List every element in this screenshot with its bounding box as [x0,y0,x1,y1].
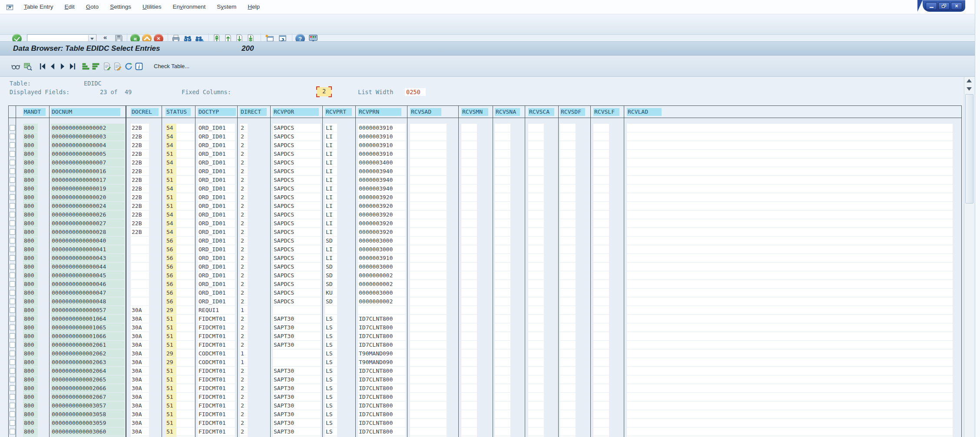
cell-rcvlad[interactable] [627,341,953,349]
cell-doctyp[interactable]: ORD_ID01 [198,280,235,288]
cell-rcvslf[interactable] [593,184,609,193]
cell-rcvsmn[interactable] [461,349,477,358]
cell-doctyp[interactable]: ORD_ID01 [198,210,235,219]
cell-rcvsmn[interactable] [461,237,477,245]
row-checkbox[interactable] [10,299,15,304]
cell-direct[interactable]: 2 [240,210,248,219]
cell-rcvslf[interactable] [593,289,609,297]
info-icon[interactable]: i [135,62,143,71]
cell-rcvsmn[interactable] [461,167,477,175]
cell-rcvsna[interactable] [495,219,510,227]
row-checkbox[interactable] [10,394,15,400]
cell-rcvprt[interactable]: LI [325,141,337,149]
cell-status[interactable]: 56 [166,263,194,271]
cell-rcvsad[interactable] [410,349,447,358]
cell-mandt[interactable]: 800 [23,401,38,410]
cell-rcvlad[interactable] [627,384,953,392]
cell-mandt[interactable]: 800 [23,228,38,236]
cell-doctyp[interactable]: ORD_ID01 [198,237,235,245]
cell-doctyp[interactable]: ORD_ID01 [198,228,235,236]
cell-direct[interactable]: 2 [240,245,248,253]
cell-rcvsca[interactable] [528,167,544,175]
cell-rcvsmn[interactable] [461,219,477,227]
cell-rcvprn[interactable]: ID7CLNT800 [358,393,406,401]
cell-rcvsdf[interactable] [560,263,576,271]
cell-rcvpor[interactable]: SAPDCS [273,184,321,193]
cell-rcvslf[interactable] [593,254,609,262]
cell-rcvsad[interactable] [410,132,447,141]
cell-rcvsad[interactable] [410,271,447,279]
cell-rcvlad[interactable] [627,315,953,323]
cell-rcvsmn[interactable] [461,306,477,314]
first-entry-icon[interactable] [38,62,47,71]
cell-status[interactable]: 56 [166,289,194,297]
cell-rcvslf[interactable] [593,132,609,141]
cell-mandt[interactable]: 800 [23,367,38,375]
cell-doctyp[interactable]: ORD_ID01 [198,219,235,227]
cell-rcvpor[interactable] [273,358,321,366]
cell-rcvslf[interactable] [593,306,609,314]
cell-rcvsdf[interactable] [560,254,576,262]
cell-rcvsdf[interactable] [560,384,576,392]
cell-mandt[interactable]: 800 [23,384,38,392]
cell-status[interactable]: 29 [166,358,194,366]
cell-rcvprn[interactable]: 0000003910 [358,124,406,132]
cell-rcvpor[interactable]: SAPDCS [273,237,321,245]
cell-rcvprt[interactable]: LI [325,193,337,201]
cell-rcvsdf[interactable] [560,349,576,358]
cell-rcvpor[interactable] [273,349,321,358]
cell-rcvsad[interactable] [410,202,447,210]
cell-mandt[interactable]: 800 [23,323,38,332]
cell-rcvsmn[interactable] [461,254,477,262]
cell-rcvpor[interactable]: SAPT30 [273,410,321,418]
cell-doctyp[interactable]: FIDCMT01 [198,393,235,401]
cell-docnum[interactable]: 0000000000000026 [51,210,125,219]
cell-rcvsad[interactable] [410,176,447,184]
cell-docnum[interactable]: 0000000000000016 [51,167,125,175]
cell-direct[interactable]: 2 [240,341,248,349]
cell-rcvprn[interactable]: 0000003940 [358,184,406,193]
cell-rcvpor[interactable]: SAPT30 [273,332,321,340]
cell-rcvpor[interactable]: SAPT30 [273,427,321,436]
cell-mandt[interactable]: 800 [23,141,38,149]
cell-doctyp[interactable]: FIDCMT01 [198,384,235,392]
cell-rcvsmn[interactable] [461,193,477,201]
cell-rcvprt[interactable]: SD [325,237,337,245]
cell-rcvsad[interactable] [410,254,447,262]
cell-status[interactable]: 51 [166,427,194,436]
cell-rcvsmn[interactable] [461,375,477,384]
cell-rcvsmn[interactable] [461,332,477,340]
cell-doctyp[interactable]: FIDCMT01 [198,332,235,340]
cell-rcvslf[interactable] [593,280,609,288]
row-checkbox[interactable] [10,177,15,183]
cell-status[interactable]: 51 [166,419,194,427]
cell-direct[interactable]: 1 [240,306,248,314]
cell-rcvslf[interactable] [593,375,609,384]
cell-direct[interactable]: 2 [240,410,248,418]
cell-rcvprn[interactable]: 0000003910 [358,132,406,141]
cell-rcvprt[interactable]: LS [325,384,337,392]
row-checkbox[interactable] [10,246,15,252]
cell-rcvsca[interactable] [528,124,544,132]
cell-docrel[interactable]: 22B [131,193,149,201]
cell-mandt[interactable]: 800 [23,263,38,271]
row-checkbox[interactable] [10,142,15,148]
cell-rcvsmn[interactable] [461,427,477,436]
cell-rcvsad[interactable] [410,332,447,340]
cell-rcvprn[interactable]: 0000003940 [358,176,406,184]
cell-docnum[interactable]: 0000000000003057 [51,401,125,410]
cell-rcvsad[interactable] [410,375,447,384]
cell-rcvsdf[interactable] [560,315,576,323]
cell-rcvsmn[interactable] [461,341,477,349]
cell-mandt[interactable]: 800 [23,289,38,297]
cell-rcvprt[interactable]: LI [325,219,337,227]
cell-rcvprt[interactable] [325,306,337,314]
refresh-view-icon[interactable] [23,62,32,71]
scrollbar-thumb[interactable] [965,94,973,204]
cell-rcvprn[interactable]: ID7CLNT800 [358,332,406,340]
menu-utilities[interactable]: Utilities [137,0,167,14]
row-checkbox[interactable] [10,377,15,382]
cell-status[interactable]: 51 [166,315,194,323]
cell-docnum[interactable]: 0000000000000002 [51,124,125,132]
cell-rcvslf[interactable] [593,237,609,245]
